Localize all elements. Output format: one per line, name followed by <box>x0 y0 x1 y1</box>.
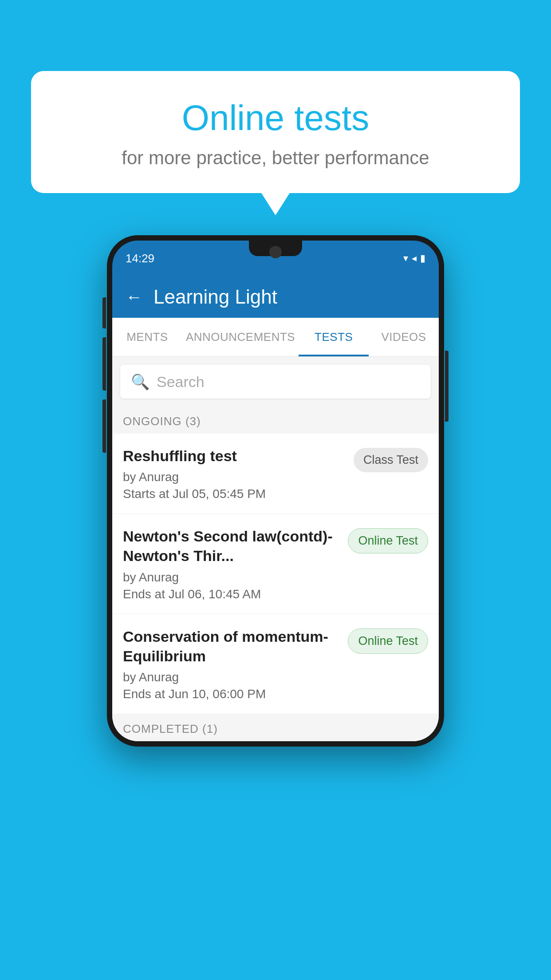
back-button[interactable]: ← <box>126 288 142 307</box>
search-icon: 🔍 <box>131 373 150 391</box>
ongoing-section-header: ONGOING (3) <box>112 407 439 434</box>
test-by-conservation: by Anurag <box>123 670 341 684</box>
camera-dot <box>269 246 282 258</box>
phone-frame: 14:29 ▾ ◂ ▮ ← Learning Light MENTS ANNOU… <box>107 235 444 747</box>
test-name-reshuffling: Reshuffling test <box>123 446 347 466</box>
app-header: ← Learning Light <box>112 276 439 318</box>
search-input[interactable]: Search <box>157 373 205 391</box>
test-info-conservation: Conservation of momentum-Equilibrium by … <box>123 627 341 701</box>
search-bar[interactable]: 🔍 Search <box>120 365 431 399</box>
status-time: 14:29 <box>126 252 154 265</box>
test-time-reshuffling: Starts at Jul 05, 05:45 PM <box>123 487 347 501</box>
silent-button <box>102 399 106 453</box>
test-item-reshuffling[interactable]: Reshuffling test by Anurag Starts at Jul… <box>112 434 439 514</box>
speech-bubble-container: Online tests for more practice, better p… <box>31 71 520 193</box>
app-title: Learning Light <box>153 286 277 308</box>
test-name-conservation: Conservation of momentum-Equilibrium <box>123 627 341 666</box>
test-info-newton: Newton's Second law(contd)-Newton's Thir… <box>123 526 341 601</box>
wifi-icon: ▾ <box>403 253 408 264</box>
volume-down-button <box>102 337 106 391</box>
volume-up-button <box>102 297 106 328</box>
signal-icon: ◂ <box>412 253 417 264</box>
tab-ments[interactable]: MENTS <box>112 318 182 356</box>
promo-subtitle: for more practice, better performance <box>53 147 498 169</box>
test-name-newton: Newton's Second law(contd)-Newton's Thir… <box>123 526 341 565</box>
test-time-newton: Ends at Jul 06, 10:45 AM <box>123 587 341 601</box>
badge-online-test-2: Online Test <box>348 628 428 654</box>
phone-notch <box>249 241 302 256</box>
power-button <box>445 351 449 422</box>
battery-icon: ▮ <box>420 253 425 264</box>
completed-section-header: COMPLETED (1) <box>112 714 439 741</box>
test-item-newton[interactable]: Newton's Second law(contd)-Newton's Thir… <box>112 514 439 614</box>
promo-title: Online tests <box>53 98 498 138</box>
badge-online-test-1: Online Test <box>348 528 428 553</box>
badge-class-test: Class Test <box>354 448 428 472</box>
tab-announcements[interactable]: ANNOUNCEMENTS <box>182 318 299 356</box>
test-by-reshuffling: by Anurag <box>123 470 347 484</box>
phone-screen: ← Learning Light MENTS ANNOUNCEMENTS TES… <box>112 276 439 741</box>
tab-tests[interactable]: TESTS <box>299 318 369 356</box>
status-icons: ▾ ◂ ▮ <box>403 253 425 264</box>
test-info-reshuffling: Reshuffling test by Anurag Starts at Jul… <box>123 446 347 501</box>
test-by-newton: by Anurag <box>123 570 341 585</box>
test-item-conservation[interactable]: Conservation of momentum-Equilibrium by … <box>112 614 439 714</box>
test-time-conservation: Ends at Jun 10, 06:00 PM <box>123 687 341 701</box>
phone-mockup: 14:29 ▾ ◂ ▮ ← Learning Light MENTS ANNOU… <box>107 235 444 747</box>
tab-videos[interactable]: VIDEOS <box>369 318 439 356</box>
speech-bubble: Online tests for more practice, better p… <box>31 71 520 193</box>
status-bar: 14:29 ▾ ◂ ▮ <box>112 241 439 276</box>
tabs-bar: MENTS ANNOUNCEMENTS TESTS VIDEOS <box>112 318 439 357</box>
